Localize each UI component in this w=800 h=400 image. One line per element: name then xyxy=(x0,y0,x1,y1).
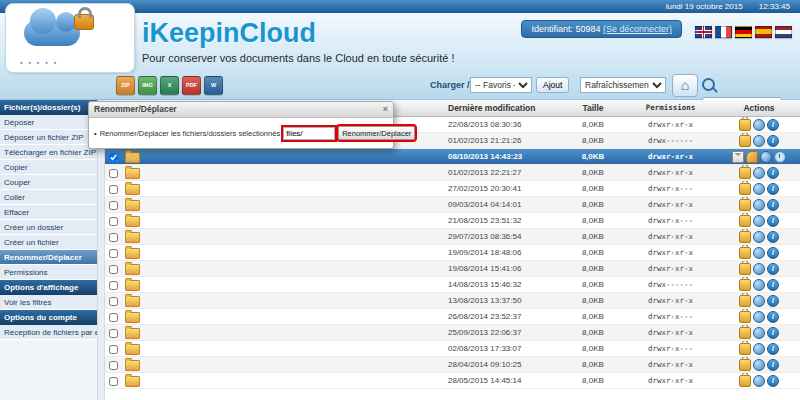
row-checkbox[interactable] xyxy=(109,185,118,194)
table-row[interactable]: 08/10/2013 14:43:238,0KBdrwxr-xr-x xyxy=(105,149,800,165)
lock-icon[interactable] xyxy=(739,359,751,371)
table-row[interactable]: 28/04/2014 09:10:258,0KBdrwxr-xr-x xyxy=(105,357,800,373)
search-icon[interactable] xyxy=(702,78,715,91)
info-icon[interactable] xyxy=(767,119,779,131)
table-row[interactable]: 09/03/2014 04:14:018,0KBdrwxr-xr-x xyxy=(105,197,800,213)
sidebar-item-d-poser-un-fichier-zip[interactable]: Déposer un fichier ZIP xyxy=(0,130,97,145)
sidebar-item-d-poser[interactable]: Déposer xyxy=(0,115,97,130)
globe-icon[interactable] xyxy=(760,151,772,163)
sidebar-item-permissions[interactable]: Permissions xyxy=(0,265,97,280)
sidebar-item-cr-er-un-fichier[interactable]: Créer un fichier xyxy=(0,235,97,250)
table-row[interactable]: 26/08/2014 23:52:378,0KBdrwxr-x--- xyxy=(105,309,800,325)
row-checkbox[interactable] xyxy=(109,377,118,386)
ajout-button[interactable]: Ajout xyxy=(536,77,569,93)
globe-icon[interactable] xyxy=(753,119,765,131)
row-checkbox[interactable] xyxy=(109,249,118,258)
globe-icon[interactable] xyxy=(753,199,765,211)
table-row[interactable]: 01/02/2013 22:21:278,0KBdrwxr-xr-x xyxy=(105,165,800,181)
header-size[interactable]: Taille xyxy=(563,100,623,116)
excel-file-icon[interactable]: X xyxy=(160,76,179,95)
word-file-icon[interactable]: W xyxy=(204,76,223,95)
sidebar-item-copier[interactable]: Copier xyxy=(0,160,97,175)
row-checkbox[interactable] xyxy=(109,169,118,178)
sidebar-item-voir-les-filtres[interactable]: Voir les filtres xyxy=(0,295,97,310)
header-permissions[interactable]: Permissions xyxy=(623,100,718,116)
rename-path-input[interactable] xyxy=(283,127,335,140)
info-icon[interactable] xyxy=(767,247,779,259)
globe-icon[interactable] xyxy=(753,231,765,243)
image-file-icon[interactable]: IMG xyxy=(138,76,157,95)
row-checkbox[interactable] xyxy=(109,233,118,242)
row-checkbox[interactable] xyxy=(109,265,118,274)
globe-icon[interactable] xyxy=(753,359,765,371)
info-icon[interactable] xyxy=(767,183,779,195)
info-icon[interactable] xyxy=(767,199,779,211)
home-button[interactable]: ⌂ xyxy=(672,74,698,97)
info-icon[interactable] xyxy=(767,375,779,387)
sidebar-item-renommer-d-placer[interactable]: Renommer/Déplacer xyxy=(0,250,97,265)
flag-uk-icon[interactable] xyxy=(695,26,712,38)
sidebar-item-r-ception-de-fichiers-par-email[interactable]: Réception de fichiers par email xyxy=(0,325,97,340)
row-checkbox[interactable] xyxy=(109,281,118,290)
row-checkbox[interactable] xyxy=(109,345,118,354)
sidebar-item-coller[interactable]: Coller xyxy=(0,190,97,205)
sidebar-item-effacer[interactable]: Effacer xyxy=(0,205,97,220)
globe-icon[interactable] xyxy=(753,215,765,227)
table-row[interactable]: 19/08/2014 15:41:068,0KBdrwxr-xr-x xyxy=(105,261,800,277)
info-icon[interactable] xyxy=(767,343,779,355)
row-checkbox[interactable] xyxy=(109,313,118,322)
lock-icon[interactable] xyxy=(739,375,751,387)
lock-icon[interactable] xyxy=(739,135,751,147)
globe-icon[interactable] xyxy=(753,327,765,339)
flag-nl-icon[interactable] xyxy=(775,26,792,38)
close-icon[interactable]: × xyxy=(383,102,388,117)
globe-icon[interactable] xyxy=(753,263,765,275)
refresh-select[interactable]: Rafraîchissement xyxy=(580,77,666,93)
globe-icon[interactable] xyxy=(753,295,765,307)
table-row[interactable]: 29/07/2013 08:36:548,0KBdrwxr-xr-x xyxy=(105,229,800,245)
sidebar-item-couper[interactable]: Couper xyxy=(0,175,97,190)
lock-icon[interactable] xyxy=(739,311,751,323)
flag-es-icon[interactable] xyxy=(755,26,772,38)
lock-icon[interactable] xyxy=(739,119,751,131)
table-row[interactable]: 27/02/2015 20:30:418,0KBdrwxr-x--- xyxy=(105,181,800,197)
row-checkbox[interactable] xyxy=(109,329,118,338)
table-row[interactable]: 28/05/2015 14:45:148,0KBdrwxr-xr-x xyxy=(105,373,800,389)
row-checkbox[interactable] xyxy=(109,153,118,162)
table-row[interactable]: 02/08/2013 17:33:078,0KBdrwxr-x--- xyxy=(105,341,800,357)
info-icon[interactable] xyxy=(767,295,779,307)
edit-icon[interactable] xyxy=(746,151,758,163)
globe-icon[interactable] xyxy=(753,167,765,179)
lock-icon[interactable] xyxy=(739,327,751,339)
globe-icon[interactable] xyxy=(753,311,765,323)
table-row[interactable]: 25/09/2013 22:06:378,0KBdrwxr-xr-x xyxy=(105,325,800,341)
info-icon[interactable] xyxy=(767,231,779,243)
sidebar-item-cr-er-un-dossier[interactable]: Créer un dossier xyxy=(0,220,97,235)
globe-icon[interactable] xyxy=(753,183,765,195)
row-checkbox[interactable] xyxy=(109,201,118,210)
globe-icon[interactable] xyxy=(753,135,765,147)
globe-icon[interactable] xyxy=(753,247,765,259)
row-checkbox[interactable] xyxy=(109,297,118,306)
clock-icon[interactable] xyxy=(774,151,786,163)
flag-de-icon[interactable] xyxy=(735,26,752,38)
row-checkbox[interactable] xyxy=(109,217,118,226)
info-icon[interactable] xyxy=(767,135,779,147)
globe-icon[interactable] xyxy=(753,279,765,291)
sidebar-item-t-l-charger-en-fichier-zip[interactable]: Télécharger en fichier ZIP xyxy=(0,145,97,160)
info-icon[interactable] xyxy=(767,167,779,179)
table-row[interactable]: 19/09/2014 18:48:068,0KBdrwxr-xr-x xyxy=(105,245,800,261)
info-icon[interactable] xyxy=(767,311,779,323)
table-row[interactable]: 14/08/2013 15:46:328,0KBdrwx------ xyxy=(105,277,800,293)
globe-icon[interactable] xyxy=(753,375,765,387)
lock-icon[interactable] xyxy=(739,263,751,275)
lock-icon[interactable] xyxy=(739,199,751,211)
lock-icon[interactable] xyxy=(739,343,751,355)
header-modified[interactable]: Dernière modification xyxy=(448,100,563,116)
lock-icon[interactable] xyxy=(739,231,751,243)
info-icon[interactable] xyxy=(767,327,779,339)
favoris-select[interactable]: -- Favoris -- xyxy=(470,77,532,93)
table-row[interactable]: 21/08/2015 23:51:328,0KBdrwxr-x--- xyxy=(105,213,800,229)
info-icon[interactable] xyxy=(767,263,779,275)
lock-icon[interactable] xyxy=(739,183,751,195)
